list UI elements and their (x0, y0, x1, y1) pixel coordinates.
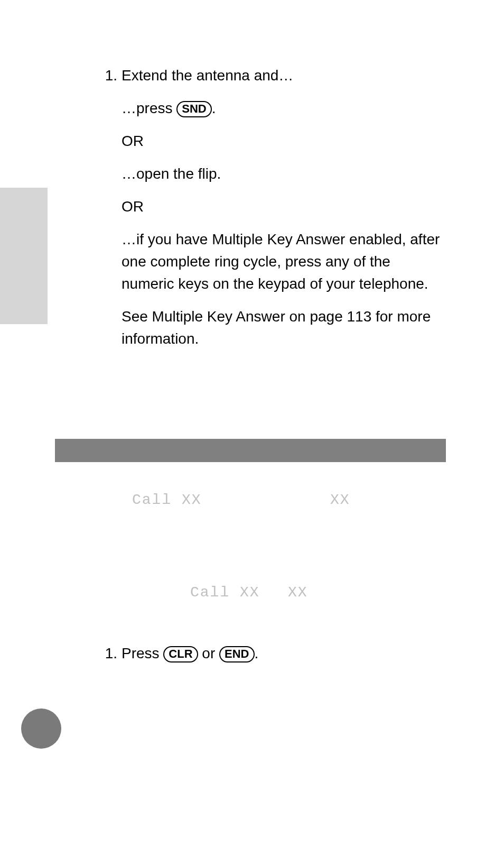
or-1: OR (122, 130, 444, 152)
content-2: 1. Press CLR or END. (95, 642, 444, 669)
step-number-2: 1. (95, 642, 117, 665)
text-period-2: . (255, 645, 259, 661)
display-xx-1: XX (330, 492, 350, 508)
or-2: OR (122, 196, 444, 218)
display-callxx-2: Call XX (190, 584, 260, 601)
end-key: END (219, 646, 254, 662)
step-body: Extend the antenna and… …press SND. OR …… (122, 65, 444, 361)
step-line-1: Extend the antenna and… (122, 65, 444, 87)
step-body-2: Press CLR or END. (122, 642, 444, 665)
snd-key: SND (176, 101, 211, 117)
main-content: 1. Extend the antenna and… …press SND. O… (95, 65, 444, 365)
text-or: or (198, 645, 219, 661)
step-line-4: …if you have Multiple Key Answer enabled… (122, 228, 444, 295)
step-1: 1. Extend the antenna and… …press SND. O… (95, 65, 444, 361)
step-number: 1. (95, 65, 117, 361)
step-line-2: …press SND. (122, 97, 444, 119)
section-bar (55, 439, 446, 462)
text-press: …press (122, 100, 176, 116)
display-callxx-1: Call XX (132, 492, 202, 508)
page-number-circle (21, 708, 61, 749)
step-line-3: …open the flip. (122, 163, 444, 185)
step-line-5: See Multiple Key Answer on page 113 for … (122, 306, 444, 350)
display-xx-2: XX (288, 584, 308, 601)
step-2: 1. Press CLR or END. (95, 642, 444, 665)
text-press-2: Press (122, 645, 163, 661)
side-tab (0, 188, 48, 324)
clr-key: CLR (163, 646, 198, 662)
text-period: . (212, 100, 216, 116)
